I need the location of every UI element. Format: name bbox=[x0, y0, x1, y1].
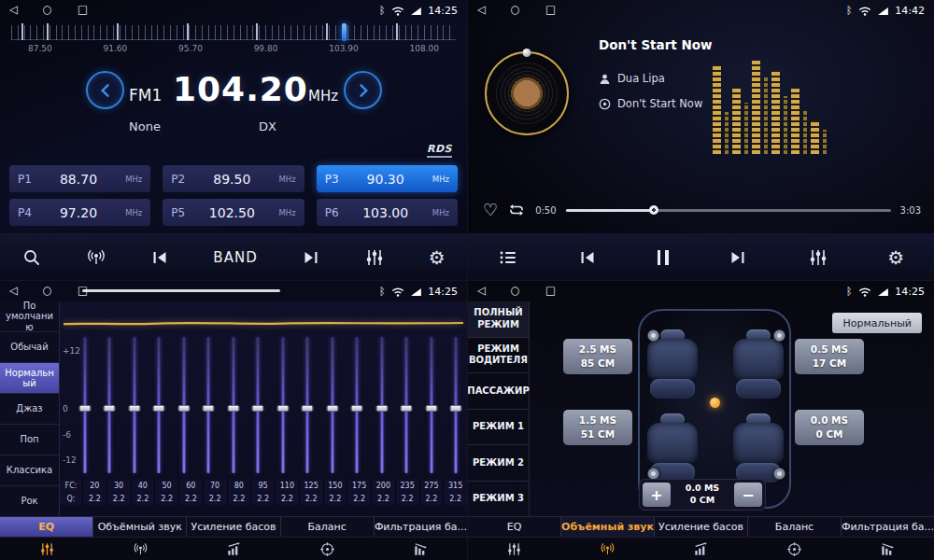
back-icon[interactable]: ◁ bbox=[477, 286, 486, 297]
eq-preset-item[interactable]: По умолчанию bbox=[0, 301, 59, 332]
increase-delay-button[interactable]: + bbox=[643, 483, 671, 507]
tab-bass-boost[interactable]: Усиление басов bbox=[655, 517, 748, 537]
previous-station-icon[interactable] bbox=[149, 247, 170, 268]
slider-knob[interactable] bbox=[326, 405, 338, 412]
slider-knob[interactable] bbox=[203, 405, 215, 412]
eq-band-slider[interactable] bbox=[227, 335, 239, 475]
preset-button[interactable]: P1 88.70 MHz bbox=[9, 165, 150, 192]
home-icon[interactable]: ○ bbox=[43, 5, 52, 16]
tab-surround[interactable]: Объёмный звук bbox=[561, 517, 655, 537]
repeat-icon[interactable] bbox=[507, 201, 526, 219]
rear-right-delay-button[interactable]: 0.0 MS 0 CM bbox=[795, 410, 864, 445]
back-icon[interactable]: ◁ bbox=[9, 286, 18, 297]
recents-icon[interactable]: □ bbox=[545, 5, 556, 16]
pause-button[interactable] bbox=[658, 250, 669, 265]
eq-band-slider[interactable] bbox=[351, 335, 363, 475]
eq-band-slider[interactable] bbox=[203, 335, 215, 475]
tab-filter[interactable]: Фильтрация ба... bbox=[842, 517, 934, 537]
eq-band-slider[interactable] bbox=[252, 335, 264, 475]
recents-icon[interactable]: □ bbox=[78, 5, 88, 16]
slider-knob[interactable] bbox=[401, 405, 413, 412]
eq-band-slider[interactable] bbox=[450, 335, 462, 475]
listening-position-dot[interactable] bbox=[710, 398, 720, 408]
preset-button[interactable]: P4 97.20 MHz bbox=[9, 199, 150, 226]
eq-preset-item[interactable]: Рок bbox=[0, 486, 59, 517]
decrease-delay-button[interactable]: − bbox=[734, 483, 762, 507]
slider-knob[interactable] bbox=[227, 405, 239, 412]
next-track-icon[interactable] bbox=[728, 247, 748, 268]
slider-knob[interactable] bbox=[78, 405, 91, 412]
filter-icon[interactable] bbox=[841, 538, 934, 560]
home-icon[interactable]: ○ bbox=[511, 286, 520, 297]
listening-mode-item[interactable]: РЕЖИМ 1 bbox=[468, 410, 529, 446]
bass-boost-icon[interactable] bbox=[187, 538, 280, 560]
previous-track-icon[interactable] bbox=[577, 247, 598, 268]
listening-mode-item[interactable]: РЕЖИМ 2 bbox=[468, 445, 529, 482]
recents-icon[interactable]: □ bbox=[545, 286, 556, 297]
slider-knob[interactable] bbox=[276, 405, 289, 412]
slider-knob[interactable] bbox=[252, 405, 264, 412]
tab-filter[interactable]: Фильтрация ба... bbox=[375, 517, 467, 537]
surround-broadcast-icon[interactable] bbox=[93, 538, 187, 560]
next-station-icon[interactable] bbox=[301, 247, 321, 268]
eq-band-slider[interactable] bbox=[302, 335, 314, 475]
eq-band-slider[interactable] bbox=[326, 335, 338, 475]
eq-preset-item[interactable]: Джаз bbox=[0, 394, 59, 425]
tab-balance[interactable]: Баланс bbox=[281, 517, 375, 537]
tune-down-button[interactable] bbox=[86, 71, 124, 109]
tab-eq[interactable]: EQ bbox=[0, 517, 93, 537]
slider-knob[interactable] bbox=[177, 405, 190, 412]
tune-up-button[interactable] bbox=[344, 71, 382, 109]
eq-preset-item[interactable]: Классика bbox=[0, 455, 59, 486]
front-right-delay-button[interactable]: 0.5 MS 17 CM bbox=[795, 339, 864, 374]
back-icon[interactable]: ◁ bbox=[477, 5, 486, 16]
eq-band-slider[interactable] bbox=[104, 335, 116, 475]
slider-knob[interactable] bbox=[104, 405, 116, 412]
eq-preset-item[interactable]: Поп bbox=[0, 425, 59, 455]
settings-gear-icon[interactable]: ⚙ bbox=[887, 248, 904, 267]
preset-button[interactable]: P2 89.50 MHz bbox=[163, 165, 304, 192]
tab-balance[interactable]: Баланс bbox=[748, 517, 842, 537]
balance-target-icon[interactable] bbox=[747, 538, 841, 560]
eq-band-slider[interactable] bbox=[375, 335, 388, 475]
eq-preset-item[interactable]: Обычай bbox=[0, 332, 59, 363]
eq-band-slider[interactable] bbox=[128, 335, 140, 475]
listening-mode-item[interactable]: РЕЖИМ ВОДИТЕЛЯ bbox=[468, 338, 529, 374]
sound-preset-button[interactable]: Нормальный bbox=[832, 313, 922, 333]
balance-target-icon[interactable] bbox=[280, 538, 374, 560]
equalizer-icon[interactable] bbox=[808, 247, 828, 268]
home-icon[interactable]: ○ bbox=[43, 286, 52, 297]
eq-band-slider[interactable] bbox=[153, 335, 165, 475]
slider-knob[interactable] bbox=[153, 405, 165, 412]
home-icon[interactable]: ○ bbox=[511, 5, 520, 16]
preset-button[interactable]: P6 103.00 MHz bbox=[317, 199, 458, 226]
eq-band-slider[interactable] bbox=[425, 335, 437, 475]
front-left-delay-button[interactable]: 2.5 MS 85 CM bbox=[563, 339, 632, 374]
tab-bass-boost[interactable]: Усиление басов bbox=[187, 517, 280, 537]
back-icon[interactable]: ◁ bbox=[9, 5, 18, 16]
rear-left-delay-button[interactable]: 1.5 MS 51 CM bbox=[563, 410, 632, 445]
eq-band-slider[interactable] bbox=[276, 335, 289, 475]
band-button[interactable]: BAND bbox=[213, 249, 257, 266]
slider-knob[interactable] bbox=[425, 405, 437, 412]
seek-bar[interactable] bbox=[566, 209, 891, 212]
slider-knob[interactable] bbox=[450, 405, 462, 412]
listening-mode-item[interactable]: ПОЛНЫЙ РЕЖИМ bbox=[468, 301, 529, 338]
favorite-heart-icon[interactable]: ♡ bbox=[483, 202, 498, 218]
eq-sliders-icon[interactable] bbox=[0, 538, 93, 560]
slider-knob[interactable] bbox=[375, 405, 388, 412]
listening-mode-item[interactable]: РЕЖИМ 3 bbox=[468, 482, 529, 518]
broadcast-scan-icon[interactable] bbox=[86, 247, 106, 268]
slider-knob[interactable] bbox=[351, 405, 363, 412]
listening-mode-item[interactable]: ПАССАЖИР bbox=[468, 373, 529, 410]
eq-band-slider[interactable] bbox=[177, 335, 190, 475]
tab-surround[interactable]: Объёмный звук bbox=[93, 517, 187, 537]
search-icon[interactable] bbox=[21, 247, 42, 268]
preset-button[interactable]: P5 102.50 MHz bbox=[163, 199, 304, 226]
frequency-ruler[interactable] bbox=[11, 25, 456, 40]
eq-sliders-icon[interactable] bbox=[468, 538, 561, 560]
playlist-icon[interactable] bbox=[498, 247, 518, 268]
eq-band-slider[interactable] bbox=[401, 335, 413, 475]
bass-boost-icon[interactable] bbox=[655, 538, 748, 560]
equalizer-icon[interactable] bbox=[364, 247, 385, 268]
